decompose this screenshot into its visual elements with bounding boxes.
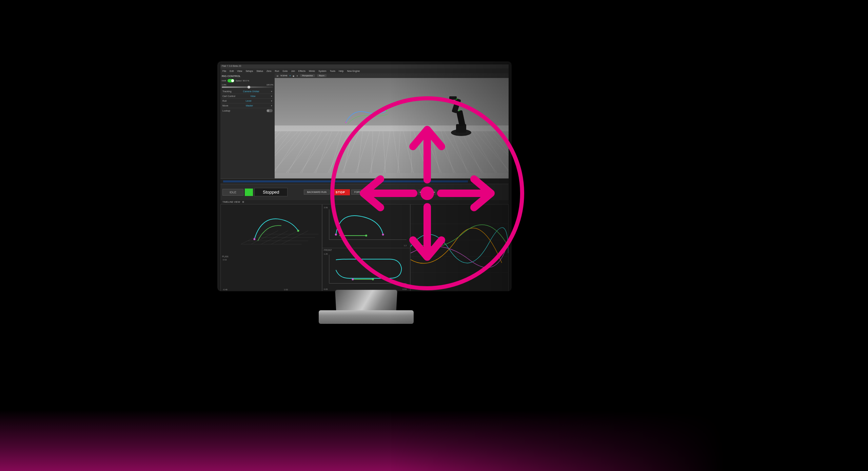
gear-icon[interactable]: ⚙ bbox=[242, 201, 244, 203]
step-fwd-icon[interactable]: ▶ bbox=[431, 190, 437, 195]
skip-fwd-icon[interactable]: ⏩ bbox=[438, 190, 443, 195]
top-curve-panel[interactable]: 2.06 1.2 bbox=[322, 204, 410, 248]
tracking-value: Camera Orbital bbox=[243, 90, 259, 93]
slider-min: 1.0% bbox=[222, 84, 226, 86]
graph-editor-panel[interactable] bbox=[410, 204, 509, 292]
chevron-down-icon: ▼ bbox=[271, 95, 273, 97]
axis-p2b-tl: 1.25 bbox=[324, 253, 328, 255]
forward-run-button[interactable]: FORWARD bbox=[351, 190, 370, 195]
speed-value: 50.0 % bbox=[243, 80, 249, 82]
room-dropdown[interactable]: Room bbox=[317, 74, 327, 77]
3d-curve-view bbox=[221, 204, 322, 257]
svg-rect-4 bbox=[456, 110, 466, 126]
menu-mimic[interactable]: Mimic bbox=[309, 70, 315, 72]
timeline-track[interactable] bbox=[223, 180, 468, 182]
roll-label: Roll bbox=[222, 100, 226, 102]
speed-slider[interactable] bbox=[222, 86, 273, 88]
svg-point-26 bbox=[365, 235, 367, 237]
stop-button[interactable]: STOP bbox=[331, 189, 350, 195]
lookup-toggle[interactable] bbox=[267, 109, 273, 112]
menu-system[interactable]: System bbox=[318, 70, 326, 72]
svg-point-32 bbox=[372, 278, 374, 280]
side-curve-panels: 2.06 1.2 FRONT 1.25 bbox=[322, 204, 410, 292]
axis-p1-bl: -0.48 bbox=[223, 289, 228, 291]
lt-badge[interactable]: LT bbox=[376, 190, 382, 194]
menu-edit[interactable]: Edit bbox=[230, 70, 234, 72]
grid-icon[interactable]: ⊞ bbox=[277, 75, 278, 77]
roll-row[interactable]: Roll Level ▼ bbox=[222, 99, 273, 103]
axis-p1-tl: 0.53 bbox=[223, 259, 227, 261]
hhb-toggle[interactable] bbox=[228, 79, 234, 82]
mode-button[interactable]: SHRT bbox=[391, 190, 403, 195]
slider-max: 100.0% bbox=[267, 84, 273, 86]
hhb-label: HHB bbox=[222, 80, 226, 82]
monitor-mockup: Flair 7.3.0 Beta 23 File Edit View Setup… bbox=[217, 61, 515, 326]
edit-icon[interactable]: ✎ bbox=[463, 190, 469, 195]
end-icon[interactable]: ⏭ bbox=[445, 190, 450, 195]
menu-help[interactable]: Help bbox=[339, 70, 343, 72]
frame-counter[interactable]: 100 bbox=[452, 190, 462, 195]
svg-point-1 bbox=[386, 110, 387, 111]
sphere-icon[interactable]: ◉ bbox=[293, 75, 294, 77]
cart-control-row[interactable]: Cart Control View ▼ bbox=[222, 94, 273, 99]
menu-zero[interactable]: Zero bbox=[267, 70, 271, 72]
axis-p1-br: 1.52 bbox=[284, 289, 288, 291]
menu-job[interactable]: Job bbox=[291, 70, 295, 72]
transport-bar: IDLE Stopped BACKWARD RUN STOP FORWARD L… bbox=[220, 184, 509, 200]
menu-view[interactable]: View bbox=[237, 70, 242, 72]
svg-point-17 bbox=[297, 230, 299, 232]
viewport-toolbar: ⊞ SCENE ● ◉ ✦ Perspective Room bbox=[275, 73, 509, 78]
perspective-dropdown[interactable]: Perspective bbox=[300, 74, 315, 77]
idle-status: IDLE bbox=[222, 189, 243, 196]
menu-goto[interactable]: Goto bbox=[282, 70, 288, 72]
cart-control-value: View bbox=[250, 95, 255, 97]
menu-tools[interactable]: Tools bbox=[330, 70, 335, 72]
page-bottom-gradient bbox=[0, 410, 868, 471]
3d-viewport[interactable]: ⊞ SCENE ● ◉ ✦ Perspective Room bbox=[275, 73, 509, 178]
timeline-strip[interactable] bbox=[220, 178, 509, 184]
main-menu-bar: File Edit View Setups Status Zero Run Go… bbox=[220, 68, 509, 73]
menu-run[interactable]: Run bbox=[275, 70, 279, 72]
main-workspace: RIG CONTROL HHB Speed 50.0 % 1.0% 100.0% bbox=[220, 73, 509, 178]
perspective-curve-panel[interactable]: PLAN 0.53 -0.48 1.52 bbox=[220, 204, 322, 292]
svg-point-0 bbox=[345, 122, 347, 123]
menu-effects[interactable]: Effects bbox=[298, 70, 305, 72]
front-curve-panel[interactable]: FRONT 1.25 0.05 0.53 bbox=[322, 248, 410, 292]
tracking-label: Tracking bbox=[222, 90, 232, 93]
svg-point-27 bbox=[382, 234, 384, 236]
monitor-stand bbox=[319, 290, 414, 324]
rig-control-title: RIG CONTROL bbox=[222, 75, 273, 78]
axis-p2a-br: 1.2 bbox=[404, 244, 407, 247]
ready-indicator bbox=[245, 189, 253, 196]
roll-value: Level bbox=[246, 100, 252, 102]
svg-point-25 bbox=[335, 234, 337, 236]
prev-button[interactable]: ⏮ bbox=[384, 190, 389, 195]
cart-control-label: Cart Control bbox=[222, 95, 235, 97]
play-icon[interactable]: ▶ bbox=[425, 190, 430, 195]
curve-editor-section: PLAN 0.53 -0.48 1.52 bbox=[220, 204, 509, 292]
monitor-screen: Flair 7.3.0 Beta 23 File Edit View Setup… bbox=[217, 61, 512, 292]
skip-back-icon[interactable]: ⏪ bbox=[411, 190, 416, 195]
lookup-row: Lookup bbox=[222, 108, 273, 113]
timeline-view-label: TIMELINE VIEW bbox=[222, 201, 240, 203]
svg-point-16 bbox=[253, 238, 255, 240]
rig-control-panel: RIG CONTROL HHB Speed 50.0 % 1.0% 100.0% bbox=[220, 73, 275, 178]
chevron-down-icon: ▼ bbox=[271, 100, 273, 102]
record-icon[interactable]: ● bbox=[290, 75, 291, 77]
target-icon[interactable]: ✦ bbox=[296, 75, 298, 77]
next-button[interactable]: ⏭ bbox=[404, 190, 410, 195]
step-back-icon[interactable]: ◀ bbox=[418, 190, 423, 195]
app-window: Flair 7.3.0 Beta 23 File Edit View Setup… bbox=[220, 64, 509, 288]
backward-run-button[interactable]: BACKWARD RUN bbox=[304, 190, 329, 195]
slider-thumb[interactable] bbox=[248, 86, 250, 89]
menu-file[interactable]: File bbox=[222, 70, 226, 72]
chevron-down-icon: ▼ bbox=[271, 91, 273, 93]
svg-rect-6 bbox=[449, 96, 457, 100]
menu-status[interactable]: Status bbox=[256, 70, 263, 72]
menu-setups[interactable]: Setups bbox=[245, 70, 253, 72]
move-row[interactable]: Move Master ▼ bbox=[222, 103, 273, 108]
timeline-view-header: TIMELINE VIEW ⚙ bbox=[220, 200, 509, 204]
tracking-row[interactable]: Tracking Camera Orbital ▼ bbox=[222, 89, 273, 94]
svg-point-31 bbox=[352, 278, 354, 280]
menu-new-engine[interactable]: New Engine bbox=[347, 70, 360, 72]
